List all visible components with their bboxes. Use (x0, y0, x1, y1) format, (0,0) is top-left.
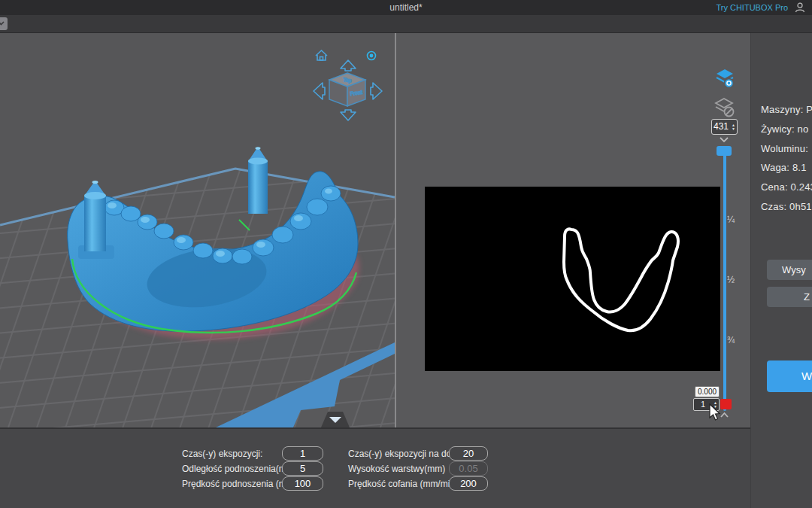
print-info-panel: Maszyny: P Żywicy: no Woluminu: Waga: 8.… (750, 33, 812, 508)
show-layers-icon[interactable] (714, 68, 735, 89)
viewport-3d[interactable]: Top Front (0, 33, 395, 427)
arrow-right-icon (371, 83, 382, 99)
chevron-down-icon (0, 21, 5, 26)
spin-arrows-icon[interactable]: ▲▼ (730, 120, 737, 134)
title-bar: untitled* Try CHITUBOX Pro (0, 0, 812, 15)
toolbar (0, 15, 812, 33)
input-exposure-time[interactable]: 1 (282, 446, 323, 461)
hide-layers-icon[interactable] (714, 98, 735, 117)
stat-weight: Waga: 8.1 (761, 162, 807, 173)
input-lift-distance[interactable]: 5 (282, 461, 323, 476)
label-bottom-exposure-time: Czas(-y) ekspozycji na dole: (348, 448, 461, 460)
stat-resin: Żywicy: no (761, 123, 808, 135)
layer-height-tooltip: 0.000 (695, 386, 720, 397)
layer-slider-handle-top[interactable] (717, 146, 732, 156)
stat-machine: Maszyny: P (761, 104, 812, 115)
stat-price: Cena: 0.243 (761, 181, 812, 193)
chitubox-window: untitled* Try CHITUBOX Pro (0, 0, 812, 508)
slider-mark-three-quarter: ¾ (727, 335, 744, 345)
slice-outline (425, 187, 720, 371)
stat-time: Czas: 0h51m (761, 201, 812, 212)
slider-mark-quarter: ¼ (727, 214, 744, 225)
input-layer-height: 0.05 (449, 461, 488, 476)
input-bottom-exposure-time[interactable]: 20 (449, 446, 488, 461)
send-button[interactable]: Wysy (767, 260, 812, 280)
label-layer-height: Wysokość warstwy(mm) (348, 463, 445, 475)
label-retract-speed: Prędkość cofania (mm/min): (348, 478, 460, 490)
user-account-icon[interactable] (794, 2, 806, 14)
layer-slider-track[interactable] (723, 148, 726, 411)
arrow-left-icon (314, 83, 325, 99)
view-cube[interactable]: Top Front (329, 73, 365, 106)
input-lift-speed[interactable]: 100 (282, 476, 323, 491)
try-chitubox-pro-link[interactable]: Try CHITUBOX Pro (716, 0, 788, 15)
mouse-cursor-icon (707, 403, 723, 423)
exposure-settings-panel: Czas(-y) ekspozycji: 1 Odległość podnosz… (0, 427, 750, 508)
arrow-down-icon (341, 110, 356, 120)
layer-count-value[interactable]: 431 (712, 120, 730, 134)
label-lift-distance: Odległość podnoszenia(mm) (182, 463, 297, 475)
home-icon[interactable] (316, 50, 327, 60)
panel-collapse-tab[interactable] (319, 412, 352, 427)
view-cube-gadget[interactable]: Top Front (308, 45, 387, 124)
chevron-down-icon[interactable] (719, 136, 729, 144)
stat-volume: Woluminu: (761, 143, 808, 154)
viewport-slice-preview[interactable]: 431 ▲▼ ¼ ½ ¾ 0.000 1 ▲▼ (396, 33, 750, 427)
arrow-up-icon (341, 60, 356, 71)
slice-button[interactable]: W (767, 360, 812, 392)
save-button[interactable]: Z (767, 287, 812, 307)
label-exposure-time: Czas(-y) ekspozycji: (182, 448, 262, 460)
eye-icon[interactable] (368, 52, 376, 60)
input-retract-speed[interactable]: 200 (449, 476, 488, 491)
slider-mark-half: ½ (727, 275, 744, 285)
slice-preview-canvas (425, 187, 720, 371)
layer-count-spinbox[interactable]: 431 ▲▼ (711, 119, 738, 135)
toolbar-dropdown-button[interactable] (0, 17, 8, 30)
document-title: untitled* (0, 0, 812, 15)
